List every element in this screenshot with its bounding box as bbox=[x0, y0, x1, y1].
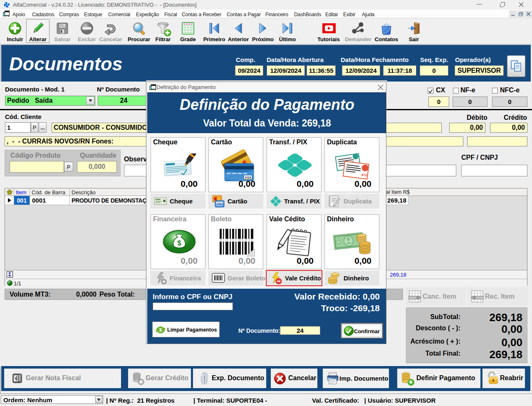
svg-text:$70: $70 bbox=[361, 173, 367, 178]
svg-text:VISA: VISA bbox=[245, 176, 251, 179]
svg-text:$: $ bbox=[178, 240, 181, 247]
svg-text:VISA: VISA bbox=[217, 202, 223, 205]
